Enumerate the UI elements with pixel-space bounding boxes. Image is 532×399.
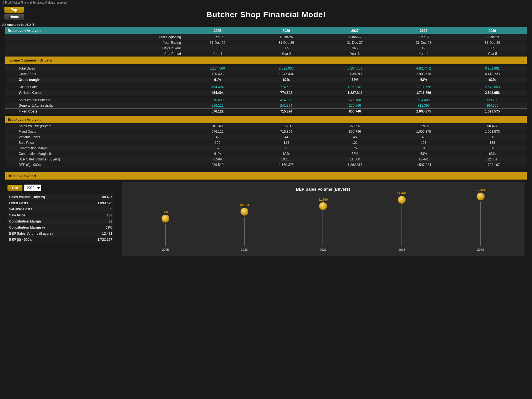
d-2029: 365 [458, 45, 527, 51]
yb-2025: 1-Jan-25 [183, 34, 252, 40]
chart-stat-row: Sales Volume (Buyers) 50.427 [7, 194, 114, 200]
gp-2027: 2.039.917 [321, 71, 389, 77]
stat-value: 50.427 [84, 194, 114, 200]
currency-note: All Amounts in USD ($) [0, 22, 532, 27]
ba-sales-volume-row: Sales Volume (Buyers) 10.740 17.691 27.0… [5, 123, 527, 129]
stat-label: BEP Sales Volume (Buyers) [7, 231, 84, 237]
basv-2028: 35.975 [389, 123, 458, 129]
chart-stats-table: Sales Volume (Buyers) 50.427Fixed Costs … [7, 194, 114, 243]
ga-2025: 216.122 [183, 103, 252, 109]
year-ending-row: Year Ending 31-Dec-25 31-Dec-26 31-Dec-2… [5, 40, 527, 45]
bar-value-label: 11.300 [318, 198, 328, 201]
ye-2027: 31-Dec-27 [321, 40, 389, 45]
bar-year-label: 2025 [162, 248, 169, 251]
ba-sale-price-row: Sale Price 109 114 121 128 138 [5, 140, 527, 145]
ye-2025: 31-Dec-25 [183, 40, 252, 45]
chart-stat-row: Contribution Margin 88 [7, 218, 114, 224]
yp-2026: Year 2 [252, 51, 321, 57]
cos-2028: 1.711.756 [389, 84, 458, 90]
bacm-2026: 71 [252, 145, 321, 151]
stat-value: 12.481 [84, 231, 114, 237]
stat-value: 1.093.575 [84, 200, 114, 206]
year-select[interactable]: 20252026202720282029 [24, 185, 41, 191]
ye-2028: 31-Dec-28 [389, 40, 458, 45]
gm-2028: 63% [389, 77, 458, 83]
income-header: Income Statement Drivers [5, 57, 527, 64]
year-beginning-row: Year Beginning 1-Jan-25 1-Jan-26 1-Jan-2… [5, 34, 527, 40]
bar-line [244, 217, 245, 246]
basp-2029: 138 [458, 140, 527, 145]
fc-2029: 1.093.575 [458, 109, 527, 114]
gm-2027: 62% [321, 77, 389, 83]
vc-2027: 1.227.843 [321, 90, 389, 96]
fc-2026: 715.894 [252, 109, 321, 114]
bar-column: 8.5892025 [126, 210, 205, 251]
bar-year-label: 2026 [241, 248, 247, 251]
bar-value-label: 10.153 [240, 203, 249, 207]
d-2026: 365 [252, 45, 321, 51]
bacm-2027: 75 [321, 145, 389, 151]
basp-2028: 128 [389, 140, 458, 145]
bepsv-2027: 11.300 [321, 157, 389, 162]
col-2028: 2028 [389, 27, 458, 34]
chart-stat-row: Fixed Costs 1.093.575 [7, 200, 114, 206]
bar-line [401, 205, 402, 246]
bar-line [165, 224, 166, 246]
ba-sales-label: Sales Volume (Buyers) [16, 123, 183, 129]
gm-2029: 63% [458, 77, 527, 83]
bafc-2029: 1.093.575 [458, 129, 527, 134]
yb-2028: 1-Jan-28 [389, 34, 458, 40]
ba-variable-costs-row: Variable Costs 42 44 45 48 50 [5, 134, 527, 140]
bavc-2026: 44 [252, 134, 321, 140]
total-sales-row: Total Sales 1.174.806 2.021.936 3.267.75… [5, 66, 527, 71]
ba-bep-dollars-row: BEP ($) - 000's 939.519 1.160.375 1.362.… [5, 162, 527, 168]
bepd-2025: 939.519 [183, 162, 252, 168]
ba-bepd-label: BEP ($) - 000's [16, 162, 183, 168]
gm-2025: 61% [183, 77, 252, 83]
gen-admin-label: General & Administration [16, 103, 183, 109]
bepd-2028: 1.597.824 [389, 162, 458, 168]
cos-2025: 454.404 [183, 84, 252, 90]
ts-2029: 6.961.881 [458, 66, 527, 71]
basp-2026: 114 [252, 140, 321, 145]
year-ending-label: Year Ending [16, 40, 183, 45]
year-label-button[interactable]: Year [7, 185, 22, 191]
basv-2027: 27.096 [321, 123, 389, 129]
fc-2025: 576.122 [183, 109, 252, 114]
top-button[interactable]: Top [4, 7, 24, 13]
ba-cm-label: Contribution Margin [16, 145, 183, 151]
bar-dot [162, 215, 169, 222]
ga-2027: 275.046 [321, 103, 389, 109]
stat-value: 88 [84, 218, 114, 224]
fixed-costs-row: Fixed Costs 576.122 715.894 850.746 1.00… [5, 109, 527, 114]
bacmpct-2025: 61% [183, 151, 252, 157]
stat-label: Contribution Margin % [7, 224, 84, 231]
sal-2029: 729.209 [458, 97, 527, 103]
stat-label: Variable Costs [7, 206, 84, 212]
cos-2026: 774.502 [252, 84, 321, 90]
ga-2028: 311.390 [389, 103, 458, 109]
fc-2027: 850.746 [321, 109, 389, 114]
salaries-row: Salaries and Benefits 360.000 474.000 57… [5, 97, 527, 103]
bafc-2025: 576.122 [183, 129, 252, 134]
home-button[interactable]: Home [4, 14, 24, 20]
vc-2029: 2.543.658 [458, 90, 527, 96]
ba-fc-label: Fixed Costs [16, 129, 183, 134]
basv-2025: 10.740 [183, 123, 252, 129]
stat-value: 50 [84, 206, 114, 212]
basv-2026: 17.691 [252, 123, 321, 129]
year-period-label: Year Period [16, 51, 183, 57]
bar-year-label: 2028 [398, 248, 405, 251]
stat-label: Sale Price [7, 212, 84, 218]
bar-column: 11.3002027 [284, 198, 362, 251]
bavc-2029: 50 [458, 134, 527, 140]
year-beginning-label: Year Beginning [16, 34, 183, 40]
ba-cmpct-row: Contribution Margin % 61% 62% 62% 63% 63… [5, 151, 527, 157]
col-2025: 2025 [183, 27, 252, 34]
d-2025: 365 [183, 45, 252, 51]
days-row: Days in Year 365 365 365 366 365 [5, 45, 527, 51]
ba-header-row: Breakeven Analysis [5, 116, 527, 123]
basp-2027: 121 [321, 140, 389, 145]
basv-2029: 50.427 [458, 123, 527, 129]
gp-2026: 1.247.434 [252, 71, 321, 77]
